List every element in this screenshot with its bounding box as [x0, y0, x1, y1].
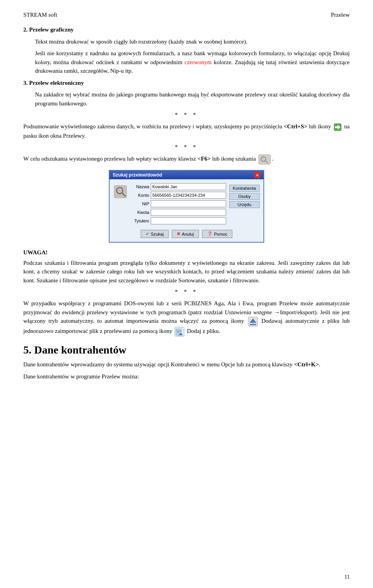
search-icon-inline	[258, 154, 271, 164]
field-label-konto: Konto	[131, 193, 149, 198]
field-row-kwota: Kwota	[131, 209, 226, 216]
section5-para1: Dane kontrahentów wprowadzamy do systemu…	[23, 360, 350, 369]
radio-urzedu[interactable]: Urzędu	[229, 201, 260, 208]
svg-rect-17	[177, 331, 181, 332]
dialog-close-button[interactable]: ✕	[254, 172, 260, 178]
separator1: * * *	[23, 112, 350, 118]
field-input-nazwa[interactable]	[151, 183, 226, 190]
anuluj-button[interactable]: ✖ Anuluj	[172, 230, 199, 238]
field-input-nip[interactable]	[151, 200, 226, 207]
svg-rect-13	[250, 324, 256, 325]
section3-para1: Na zakładce tej wybrać można do jakiego …	[35, 90, 350, 108]
field-row-tytulem: Tytułem	[131, 217, 226, 224]
field-row-nazwa: Nazwa	[131, 183, 226, 190]
uwaga-label: UWAGA!	[23, 248, 350, 257]
svg-point-5	[262, 158, 263, 159]
checkmark-icon: ✔	[146, 231, 149, 236]
svg-rect-2	[259, 155, 270, 164]
header-left: STREAM soft	[23, 12, 57, 18]
dialog-title: Szukaj przelew/dowód	[113, 172, 162, 178]
page-number: 11	[345, 574, 350, 580]
ctrl-k-key: <Ctrl+K>	[294, 361, 319, 368]
szukaj-button[interactable]: ✔ Szukaj	[141, 230, 169, 238]
section2-para2: Jeśli nie korzystamy z nadruku na gotowy…	[35, 49, 350, 75]
anuluj-label: Anuluj	[182, 232, 194, 236]
section2-para1: Tekst można drukować w sposób ciągły lub…	[35, 37, 350, 46]
question-icon: ❓	[207, 231, 213, 236]
dialog-left-panel	[113, 183, 127, 226]
field-row-konto: Konto	[131, 192, 226, 199]
field-label-nazwa: Nazwa	[131, 184, 149, 189]
field-input-konto[interactable]	[151, 192, 226, 199]
dos-paragraph: W przypadku współpracy z programami DOS-…	[23, 299, 350, 337]
radio-osoby[interactable]: Osoby	[229, 193, 260, 200]
dialog-wrapper: Szukaj przelew/dowód ✕	[23, 170, 350, 243]
x-icon: ✖	[177, 231, 180, 236]
uwaga-text: Podczas szukania i filtrowania program p…	[23, 259, 350, 285]
svg-rect-11	[250, 322, 256, 323]
field-label-nip: NIP	[131, 201, 149, 206]
svg-rect-16	[177, 330, 181, 331]
header-right: Przelew	[331, 12, 350, 18]
italic-ustawienia: Ustawienia wstępne	[225, 309, 272, 315]
separator2: * * *	[23, 144, 350, 150]
dodaj-icon	[174, 327, 185, 337]
radio-kontrahenta[interactable]: Kontrahenta	[229, 185, 260, 192]
dodawaj-icon	[248, 317, 258, 327]
ctrl-s-key: <Ctrl+S>	[284, 123, 307, 130]
dialog-titlebar: Szukaj przelew/dowód ✕	[110, 171, 263, 179]
summary-paragraph: Podsumowanie wyświetlonego zakresu danyc…	[23, 122, 350, 140]
pomoc-label: Pomoc	[214, 232, 227, 236]
dialog-content: Nazwa Konto NIP Kwota	[113, 183, 260, 226]
field-label-kwota: Kwota	[131, 210, 149, 215]
svg-point-8	[117, 188, 120, 191]
dialog-body: Nazwa Konto NIP Kwota	[110, 179, 263, 242]
page-header: STREAM soft Przelew	[23, 12, 350, 18]
dialog-radio-panel: Kontrahenta Osoby Urzędu	[229, 183, 260, 226]
field-row-nip: NIP	[131, 200, 226, 207]
search-dialog: Szukaj przelew/dowód ✕	[109, 170, 264, 243]
dialog-buttons: ✔ Szukaj ✖ Anuluj ❓ Pomoc	[113, 230, 260, 238]
f6-key: <F6>	[197, 156, 211, 162]
svg-rect-18	[177, 332, 180, 333]
section3-title: 3. Przelew elektroniczny	[23, 79, 350, 88]
section5-heading: 5. Dane kontrahentów	[23, 344, 350, 356]
separator3: * * *	[23, 289, 350, 295]
page: STREAM soft Przelew 2. Przelew graficzny…	[0, 0, 373, 588]
red-text: czerwonym	[185, 59, 212, 65]
dialog-search-icon	[113, 185, 127, 199]
search-paragraph: W celu odszukania wystawionego przelewu …	[23, 154, 350, 164]
ctrl-s-icon	[333, 123, 342, 131]
pomoc-button[interactable]: ❓ Pomoc	[202, 230, 232, 238]
field-label-tytulem: Tytułem	[131, 219, 149, 223]
field-input-kwota[interactable]	[151, 209, 226, 216]
field-input-tytulem[interactable]	[151, 217, 226, 224]
szukaj-label: Szukaj	[151, 232, 164, 236]
section5-para2: Dane kontrahentów w programie Przelew mo…	[23, 372, 350, 381]
section2-title: 2. Przelew graficzny	[23, 25, 350, 34]
dialog-fields: Nazwa Konto NIP Kwota	[131, 183, 226, 226]
